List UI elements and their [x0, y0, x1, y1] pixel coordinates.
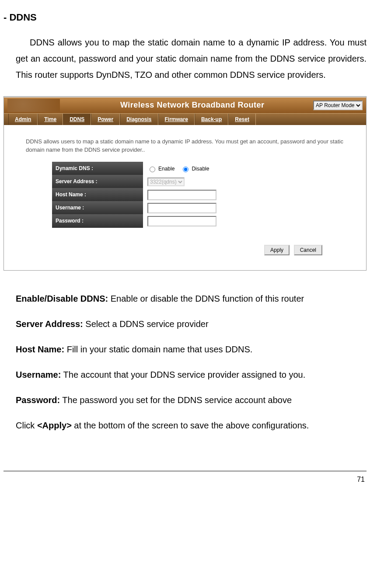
def-enable-disable-label: Enable/Disable DDNS:	[16, 294, 108, 303]
nav-power[interactable]: Power	[91, 114, 120, 125]
router-header-bar: Wireless Network Broadband Router AP Rou…	[4, 97, 366, 113]
def-apply-pre: Click	[16, 421, 37, 430]
def-host-name-text: Fill in your static domain name that use…	[64, 344, 252, 354]
def-password: Password: The password you set for the D…	[16, 394, 367, 406]
def-username-text: The account that your DDNS service provi…	[61, 370, 305, 379]
nav-ddns[interactable]: DDNS	[63, 114, 91, 125]
router-screenshot: Wireless Network Broadband Router AP Rou…	[3, 96, 367, 271]
page-footer: 71	[3, 471, 367, 486]
username-label: Username :	[52, 201, 143, 215]
router-note: DDNS allows users to map a static domain…	[26, 137, 344, 154]
server-address-select[interactable]: 3322(qdns)	[147, 177, 185, 186]
def-enable-disable-text: Enable or disable the DDNS function of t…	[108, 294, 304, 303]
nav-diagnosis[interactable]: Diagnosis	[120, 114, 158, 125]
mode-select[interactable]: AP Router Mode	[313, 101, 363, 110]
def-password-label: Password:	[16, 395, 60, 405]
def-username-label: Username:	[16, 370, 61, 379]
router-body: DDNS allows users to map a static domain…	[4, 125, 366, 270]
nav-time[interactable]: Time	[38, 114, 63, 125]
enable-radio-label: Enable	[158, 164, 175, 174]
server-address-label: Server Address :	[52, 175, 143, 188]
definitions-block: Enable/Disable DDNS: Enable or disable t…	[3, 292, 367, 431]
password-label: Password :	[52, 214, 143, 228]
def-server-address-text: Select a DDNS service provider	[83, 319, 209, 329]
disable-radio-label: Disable	[192, 164, 209, 174]
nav-admin[interactable]: Admin	[8, 114, 38, 125]
host-name-input[interactable]	[147, 190, 216, 200]
username-input[interactable]	[147, 203, 216, 213]
section-title: - DDNS	[3, 9, 367, 27]
mode-selector-wrap: AP Router Mode	[313, 101, 363, 110]
router-title: Wireless Network Broadband Router	[120, 98, 264, 112]
def-apply-tag: <Apply>	[37, 421, 72, 430]
def-enable-disable: Enable/Disable DDNS: Enable or disable t…	[16, 292, 367, 305]
apply-button[interactable]: Apply	[264, 245, 290, 255]
password-input[interactable]	[147, 216, 216, 226]
dynamic-dns-label: Dynamic DNS :	[52, 162, 143, 175]
cancel-button[interactable]: Cancel	[294, 245, 322, 255]
def-server-address: Server Address: Select a DDNS service pr…	[16, 318, 367, 330]
def-username: Username: The account that your DDNS ser…	[16, 369, 367, 381]
def-server-address-label: Server Address:	[16, 319, 83, 329]
enable-radio[interactable]	[150, 167, 155, 172]
nav-backup[interactable]: Back-up	[195, 114, 228, 125]
ddns-form: Dynamic DNS : Enable Disable Server Addr…	[52, 162, 344, 228]
def-apply-post: at the bottom of the screen to save the …	[72, 421, 309, 430]
disable-radio[interactable]	[183, 167, 188, 172]
intro-paragraph: DDNS allows you to map the static domain…	[3, 35, 367, 83]
def-host-name: Host Name: Fill in your static domain na…	[16, 343, 367, 355]
def-apply: Click <Apply> at the bottom of the scree…	[16, 419, 367, 431]
page-number: 71	[357, 476, 365, 483]
router-nav: Admin Time DDNS Power Diagnosis Firmware…	[4, 113, 366, 125]
router-logo	[7, 99, 60, 112]
host-name-label: Host Name :	[52, 188, 143, 202]
def-password-text: The password you set for the DDNS servic…	[60, 395, 292, 405]
nav-reset[interactable]: Reset	[228, 114, 256, 125]
nav-firmware[interactable]: Firmware	[158, 114, 195, 125]
def-host-name-label: Host Name:	[16, 344, 64, 354]
